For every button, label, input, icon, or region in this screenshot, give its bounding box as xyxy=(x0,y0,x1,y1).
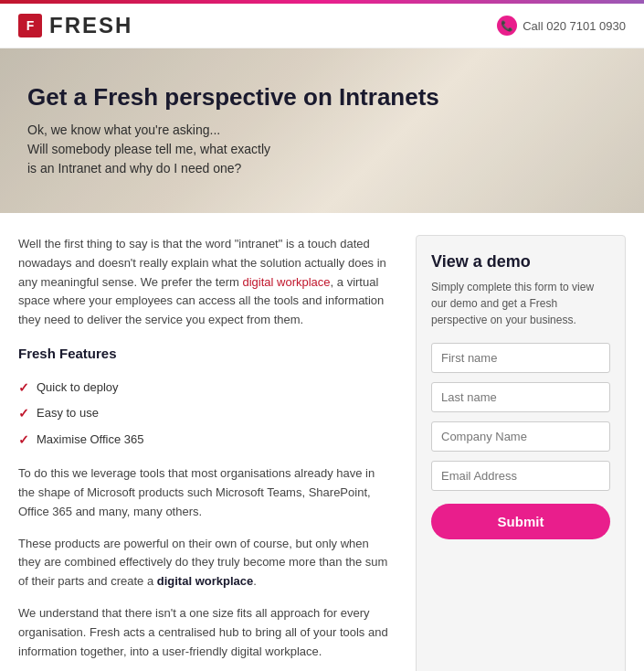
hero-subtitle-line1: Ok, we know what you're asking... xyxy=(27,122,220,137)
combined-paragraph: These products are powerful on their own… xyxy=(18,535,394,591)
phone-cta[interactable]: 📞 Call 020 7101 0930 xyxy=(497,16,626,36)
hero-subtitle-line2: Will somebody please tell me, what exact… xyxy=(27,142,270,156)
email-address-input[interactable] xyxy=(431,461,610,491)
intro-paragraph: Well the first thing to say is that the … xyxy=(18,235,394,330)
logo-icon: F xyxy=(18,14,42,37)
feature-item-1: ✓Quick to deploy xyxy=(18,378,394,398)
form-title: View a demo xyxy=(431,252,610,272)
leverage-paragraph: To do this we leverage tools that most o… xyxy=(18,464,394,521)
left-column: Well the first thing to say is that the … xyxy=(18,235,394,671)
features-title: Fresh Features xyxy=(18,343,394,365)
form-description: Simply complete this form to view our de… xyxy=(431,279,610,328)
feature-item-2: ✓Easy to use xyxy=(18,403,394,423)
logo: F FRESH xyxy=(18,13,132,38)
logo-text: FRESH xyxy=(49,13,132,38)
hero-subtitle: Ok, we know what you're asking... Will s… xyxy=(27,121,617,178)
hero-section: Get a Fresh perspective on Intranets Ok,… xyxy=(0,48,644,213)
approach-paragraph: We understand that there isn't a one siz… xyxy=(18,604,394,661)
header: F FRESH 📞 Call 020 7101 0930 xyxy=(0,4,644,48)
digital-workplace-bold: digital workplace xyxy=(157,574,253,588)
checkmark-1: ✓ xyxy=(18,378,29,398)
company-name-input[interactable] xyxy=(431,421,610,452)
demo-form-panel: View a demo Simply complete this form to… xyxy=(416,235,626,671)
hero-title: Get a Fresh perspective on Intranets xyxy=(27,83,617,112)
phone-icon: 📞 xyxy=(497,16,517,36)
main-content: Well the first thing to say is that the … xyxy=(0,213,644,671)
phone-number: Call 020 7101 0930 xyxy=(523,19,626,33)
submit-button[interactable]: Submit xyxy=(431,504,610,539)
feature-item-3: ✓Maximise Office 365 xyxy=(18,430,394,450)
checkmark-2: ✓ xyxy=(18,403,29,423)
digital-workplace-link[interactable]: digital workplace xyxy=(242,275,330,289)
first-name-input[interactable] xyxy=(431,343,610,373)
hero-subtitle-line3: is an Intranet and why do I need one? xyxy=(27,161,241,176)
checkmark-3: ✓ xyxy=(18,430,29,450)
last-name-input[interactable] xyxy=(431,382,610,412)
feature-list: ✓Quick to deploy ✓Easy to use ✓Maximise … xyxy=(18,378,394,450)
